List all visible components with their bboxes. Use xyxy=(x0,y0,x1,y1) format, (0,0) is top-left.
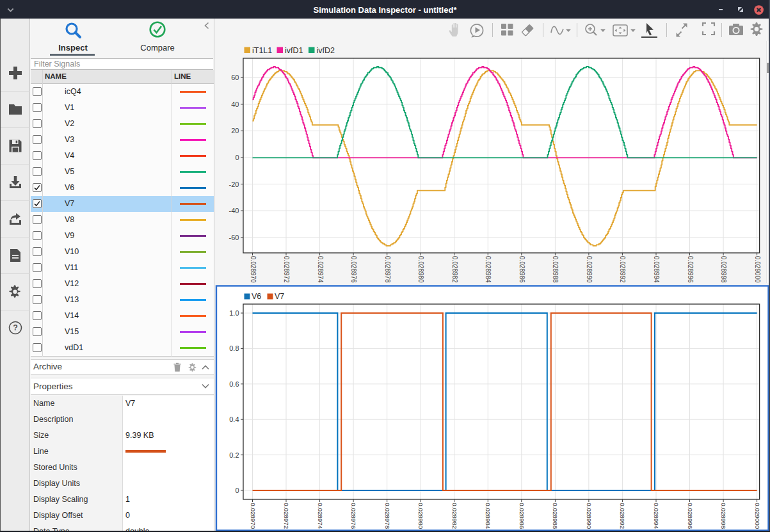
svg-text:iT1L1: iT1L1 xyxy=(252,46,272,55)
svg-text:0.028988: 0.028988 xyxy=(552,503,559,529)
svg-text:0.028980: 0.028980 xyxy=(417,256,424,283)
svg-text:-40: -40 xyxy=(229,207,239,214)
svg-text:0.028978: 0.028978 xyxy=(384,503,391,529)
svg-text:0.029000: 0.029000 xyxy=(754,256,761,283)
svg-text:0.028998: 0.028998 xyxy=(720,256,727,283)
svg-text:0.2: 0.2 xyxy=(229,451,239,459)
svg-text:0: 0 xyxy=(235,154,239,161)
svg-text:0.028974: 0.028974 xyxy=(317,503,324,529)
svg-text:20: 20 xyxy=(231,127,239,134)
svg-text:0.028992: 0.028992 xyxy=(619,503,626,529)
svg-text:0.028982: 0.028982 xyxy=(451,503,458,529)
svg-text:0.028974: 0.028974 xyxy=(317,256,324,283)
svg-text:0.028994: 0.028994 xyxy=(653,503,660,529)
svg-text:0.028988: 0.028988 xyxy=(552,256,559,283)
svg-text:0.028990: 0.028990 xyxy=(586,503,593,529)
svg-text:0.028980: 0.028980 xyxy=(417,503,424,529)
svg-text:0: 0 xyxy=(235,487,239,494)
svg-text:0.4: 0.4 xyxy=(229,415,239,423)
svg-text:0.028976: 0.028976 xyxy=(350,503,357,529)
svg-text:V6: V6 xyxy=(252,292,261,301)
svg-text:0.028986: 0.028986 xyxy=(518,256,525,283)
svg-text:0.028972: 0.028972 xyxy=(283,503,290,529)
svg-text:-20: -20 xyxy=(229,181,239,188)
svg-text:0.028996: 0.028996 xyxy=(687,256,694,283)
svg-text:0.028998: 0.028998 xyxy=(720,503,727,529)
svg-text:?: ? xyxy=(13,323,18,332)
svg-text:0.028994: 0.028994 xyxy=(653,256,660,283)
svg-text:0.028984: 0.028984 xyxy=(485,256,492,283)
svg-text:40: 40 xyxy=(231,101,239,108)
svg-text:V7: V7 xyxy=(275,292,284,301)
svg-text:0.6: 0.6 xyxy=(229,380,239,388)
svg-text:-60: -60 xyxy=(229,234,239,241)
svg-text:0.8: 0.8 xyxy=(229,344,239,352)
svg-text:0.028972: 0.028972 xyxy=(283,256,290,283)
svg-text:0.028970: 0.028970 xyxy=(250,256,257,283)
svg-text:ivfD2: ivfD2 xyxy=(317,46,335,55)
svg-text:0.028992: 0.028992 xyxy=(619,256,626,283)
svg-text:0.028976: 0.028976 xyxy=(350,256,357,283)
svg-text:0.029000: 0.029000 xyxy=(754,503,761,529)
svg-text:60: 60 xyxy=(231,74,239,81)
svg-text:0.028982: 0.028982 xyxy=(451,256,458,283)
svg-text:0.028978: 0.028978 xyxy=(384,256,391,283)
svg-text:0.028996: 0.028996 xyxy=(687,503,694,529)
svg-text:0.028986: 0.028986 xyxy=(518,503,525,529)
svg-text:1.0: 1.0 xyxy=(229,309,239,317)
svg-text:0.028984: 0.028984 xyxy=(485,503,492,529)
svg-text:0.028990: 0.028990 xyxy=(586,256,593,283)
svg-text:ivfD1: ivfD1 xyxy=(285,46,303,55)
svg-text:0.028970: 0.028970 xyxy=(250,503,257,529)
